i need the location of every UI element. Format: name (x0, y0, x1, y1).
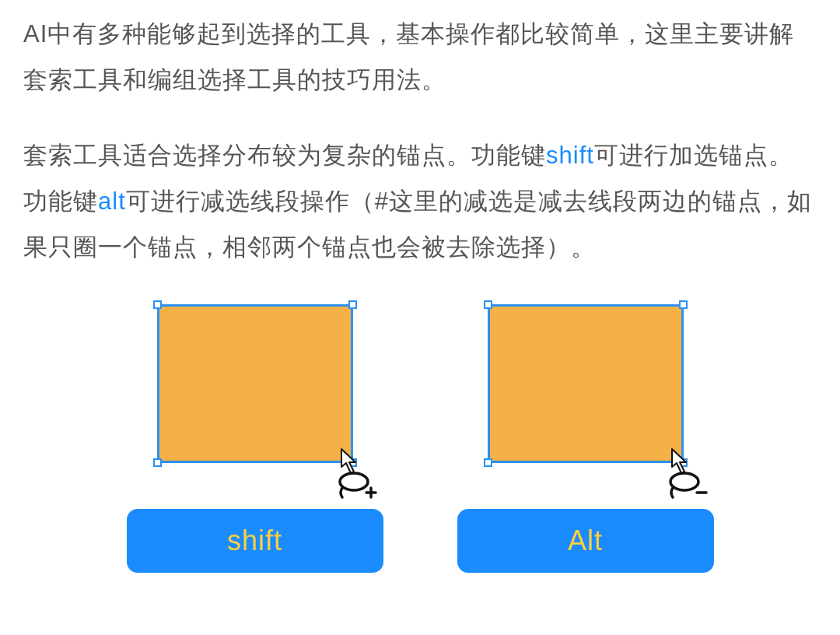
handle-icon (484, 300, 492, 309)
handle-icon (153, 300, 162, 309)
handle-icon (348, 458, 357, 467)
intro-paragraph: AI中有多种能够起到选择的工具，基本操作都比较简单，这里主要讲解套索工具和编组选… (23, 12, 817, 103)
handle-icon (153, 458, 162, 467)
selection-box-shift (154, 301, 356, 466)
lasso-text-c: 可进行减选线段操作（#这里的减选是减去线段两边的锚点，如果只圈一个锚点，相邻两个… (23, 188, 812, 261)
selection-box-alt (485, 301, 687, 466)
lasso-paragraph: 套索工具适合选择分布较为复杂的锚点。功能键shift可进行加选锚点。功能键alt… (23, 133, 817, 271)
selected-shape (157, 304, 353, 463)
figure-shift: shift (127, 301, 383, 573)
svg-point-0 (340, 473, 368, 490)
selected-shape (488, 304, 684, 463)
svg-point-3 (670, 473, 698, 490)
lasso-text-a: 套索工具适合选择分布较为复杂的锚点。功能键 (23, 142, 546, 169)
figures-row: shift Alt (23, 301, 817, 573)
handle-icon (679, 458, 688, 467)
alt-key-label: Alt (457, 509, 714, 573)
handle-icon (679, 300, 688, 309)
handle-icon (484, 458, 492, 467)
hl-shift: shift (546, 142, 594, 169)
shift-key-label: shift (127, 509, 383, 573)
hl-alt: alt (98, 188, 126, 215)
figure-alt: Alt (457, 301, 714, 573)
handle-icon (348, 300, 357, 309)
